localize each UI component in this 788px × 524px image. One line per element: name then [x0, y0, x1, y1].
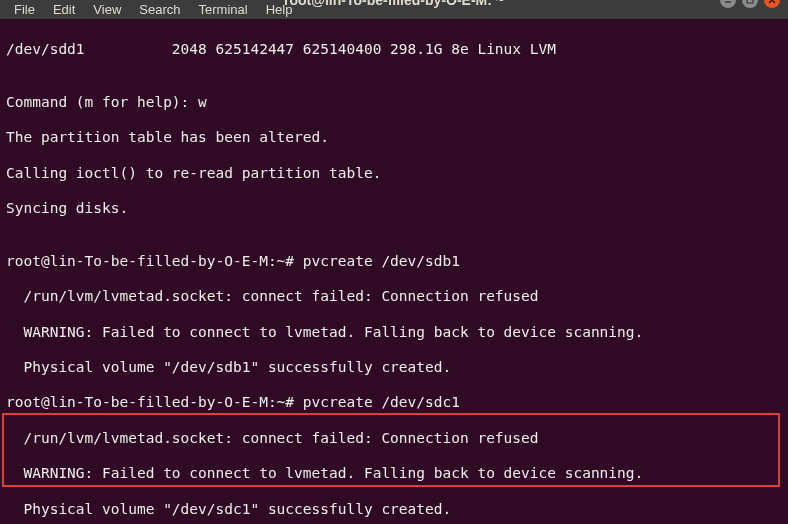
menu-terminal[interactable]: Terminal [191, 0, 256, 19]
window-title: root@lin-To-be-filled-by-O-E-M: ~ [284, 0, 504, 8]
terminal-line: The partition table has been altered. [6, 129, 782, 147]
terminal-line: Physical volume "/dev/sdb1" successfully… [6, 359, 782, 377]
terminal-content[interactable]: /dev/sdd1 2048 625142447 625140400 298.1… [0, 19, 788, 524]
terminal-window: root@lin-To-be-filled-by-O-E-M: ~ File E… [0, 0, 788, 524]
terminal-line: WARNING: Failed to connect to lvmetad. F… [6, 465, 782, 483]
maximize-icon [746, 0, 754, 4]
terminal-line: WARNING: Failed to connect to lvmetad. F… [6, 324, 782, 342]
terminal-line: /run/lvm/lvmetad.socket: connect failed:… [6, 430, 782, 448]
svg-rect-1 [747, 0, 753, 3]
close-button[interactable] [764, 0, 780, 8]
minimize-button[interactable] [720, 0, 736, 8]
terminal-line: root@lin-To-be-filled-by-O-E-M:~# pvcrea… [6, 394, 782, 412]
minimize-icon [724, 0, 732, 4]
menu-edit[interactable]: Edit [45, 0, 83, 19]
maximize-button[interactable] [742, 0, 758, 8]
terminal-line: /run/lvm/lvmetad.socket: connect failed:… [6, 288, 782, 306]
menu-file[interactable]: File [6, 0, 43, 19]
window-controls [720, 0, 780, 8]
close-icon [768, 0, 776, 4]
terminal-line: Syncing disks. [6, 200, 782, 218]
terminal-line: /dev/sdd1 2048 625142447 625140400 298.1… [6, 41, 782, 59]
terminal-line: Calling ioctl() to re-read partition tab… [6, 165, 782, 183]
terminal-line: Physical volume "/dev/sdc1" successfully… [6, 501, 782, 519]
menu-search[interactable]: Search [131, 0, 188, 19]
terminal-line: Command (m for help): w [6, 94, 782, 112]
menu-view[interactable]: View [85, 0, 129, 19]
terminal-line: root@lin-To-be-filled-by-O-E-M:~# pvcrea… [6, 253, 782, 271]
